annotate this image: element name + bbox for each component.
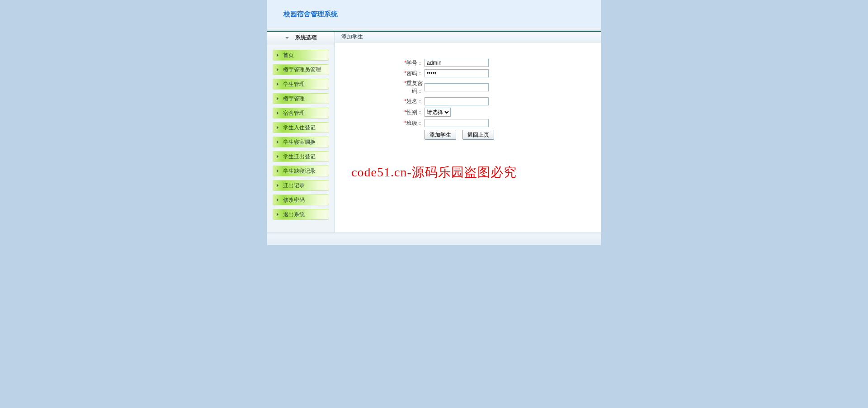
header: 校园宿舍管理系统 xyxy=(267,0,601,28)
arrow-right-icon xyxy=(277,169,278,173)
arrow-right-icon xyxy=(277,68,278,71)
nav-label: 宿舍管理 xyxy=(283,109,305,117)
nav-label: 学生迁出登记 xyxy=(283,153,316,161)
row-repeat-password: *重复密码： xyxy=(394,80,601,95)
arrow-right-icon xyxy=(277,82,278,86)
input-repeat-password[interactable] xyxy=(425,83,489,91)
sidebar-header[interactable]: 系统选项 xyxy=(267,32,335,44)
nav-label: 学生管理 xyxy=(283,81,305,88)
arrow-right-icon xyxy=(277,126,278,129)
app-window: 校园宿舍管理系统 系统选项 首页 楼宇管理员管理 xyxy=(267,0,601,245)
nav-item-student-mgmt[interactable]: 学生管理 xyxy=(273,79,329,90)
add-student-form: *学号： *密码： *重复密码： *姓名： xyxy=(335,43,601,140)
main-panel: 添加学生 *学号： *密码： *重复密码： xyxy=(335,32,601,232)
label-repeat-password: *重复密码： xyxy=(394,80,423,95)
label-class: *班级： xyxy=(394,119,423,127)
panel-title: 添加学生 xyxy=(341,33,363,41)
nav-list: 首页 楼宇管理员管理 学生管理 楼宇管理 xyxy=(267,44,335,220)
sidebar-header-label: 系统选项 xyxy=(295,34,317,42)
nav-item-building-mgmt[interactable]: 楼宇管理 xyxy=(273,93,329,104)
chevron-down-icon xyxy=(285,37,289,39)
nav-label: 修改密码 xyxy=(283,196,305,204)
row-student-number: *学号： xyxy=(394,59,601,67)
footer-bar xyxy=(267,232,601,245)
nav-item-logout[interactable]: 退出系统 xyxy=(273,209,329,220)
input-name[interactable] xyxy=(425,97,489,105)
arrow-right-icon xyxy=(277,155,278,158)
row-class: *班级： xyxy=(394,119,601,127)
nav-item-home[interactable]: 首页 xyxy=(273,50,329,61)
nav-item-checkout[interactable]: 学生迁出登记 xyxy=(273,151,329,162)
label-name: *姓名： xyxy=(394,98,423,105)
nav-label: 学生入住登记 xyxy=(283,124,316,132)
nav-item-checkout-log[interactable]: 迁出记录 xyxy=(273,180,329,191)
row-password: *密码： xyxy=(394,69,601,77)
nav-label: 首页 xyxy=(283,52,294,59)
arrow-right-icon xyxy=(277,97,278,100)
row-name: *姓名： xyxy=(394,97,601,105)
nav-label: 迁出记录 xyxy=(283,182,305,190)
nav-label: 楼宇管理 xyxy=(283,95,305,103)
arrow-right-icon xyxy=(277,111,278,115)
input-password[interactable] xyxy=(425,69,489,77)
arrow-right-icon xyxy=(277,213,278,216)
nav-item-building-admin[interactable]: 楼宇管理员管理 xyxy=(273,64,329,75)
submit-button[interactable]: 添加学生 xyxy=(425,130,456,140)
row-gender: *性别： 请选择 xyxy=(394,108,601,117)
sidebar: 系统选项 首页 楼宇管理员管理 学生管理 xyxy=(267,32,335,232)
back-button[interactable]: 返回上页 xyxy=(462,130,494,140)
nav-label: 楼宇管理员管理 xyxy=(283,66,321,74)
button-row: 添加学生 返回上页 xyxy=(394,130,601,140)
input-student-number[interactable] xyxy=(425,59,489,67)
nav-item-room-change[interactable]: 学生寝室调换 xyxy=(273,137,329,147)
arrow-right-icon xyxy=(277,184,278,187)
arrow-right-icon xyxy=(277,53,278,57)
input-class[interactable] xyxy=(425,119,489,127)
label-student-number: *学号： xyxy=(394,59,423,67)
nav-item-checkin[interactable]: 学生入住登记 xyxy=(273,122,329,133)
panel-title-bar: 添加学生 xyxy=(335,32,601,43)
system-title: 校园宿舍管理系统 xyxy=(283,10,338,19)
body: 系统选项 首页 楼宇管理员管理 学生管理 xyxy=(267,32,601,232)
nav-item-absence[interactable]: 学生缺寝记录 xyxy=(273,166,329,176)
nav-item-dorm-mgmt[interactable]: 宿舍管理 xyxy=(273,108,329,119)
arrow-right-icon xyxy=(277,198,278,202)
label-gender: *性别： xyxy=(394,109,423,116)
select-gender[interactable]: 请选择 xyxy=(425,108,451,117)
nav-label: 退出系统 xyxy=(283,211,305,218)
nav-item-change-password[interactable]: 修改密码 xyxy=(273,195,329,205)
header-divider xyxy=(267,28,601,32)
label-password: *密码： xyxy=(394,70,423,77)
arrow-right-icon xyxy=(277,140,278,144)
nav-label: 学生缺寝记录 xyxy=(283,167,316,175)
nav-label: 学生寝室调换 xyxy=(283,138,316,146)
